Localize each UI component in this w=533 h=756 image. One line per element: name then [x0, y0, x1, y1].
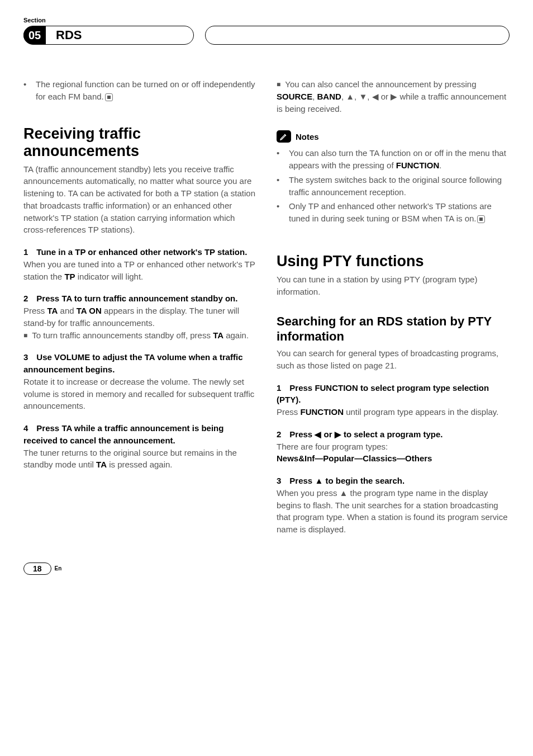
button-name: TA: [96, 460, 107, 469]
pty-step-2: 2 Press ◀ or ▶ to select a program type.…: [277, 428, 510, 465]
step-head: 2 Press ◀ or ▶ to select a program type.: [277, 428, 510, 441]
note-item: • Only TP and enhanced other network's T…: [277, 200, 510, 225]
end-of-section-icon: [477, 215, 485, 223]
notes-label: Notes: [296, 132, 319, 141]
pencil-icon: [277, 130, 291, 143]
filled-square-icon: ■: [277, 80, 280, 89]
text: To turn traffic announcements standby of…: [32, 330, 213, 340]
text: ,: [312, 92, 317, 101]
text: again.: [223, 330, 249, 340]
filled-square-icon: ■: [23, 331, 27, 341]
heading-receiving-traffic: Receiving traffic announcements: [23, 125, 256, 160]
heading-searching-rds: Searching for an RDS station by PTY info…: [277, 314, 510, 344]
text: and: [58, 306, 76, 315]
note-text: The system switches back to the original…: [289, 174, 510, 199]
pty-step-3: 3 Press ▲ to begin the search. When you …: [277, 475, 510, 536]
note-item: • The system switches back to the origin…: [277, 174, 510, 199]
step-body: Press FUNCTION until program type appear…: [277, 406, 510, 418]
header-title: RDS: [50, 28, 82, 42]
columns: • The regional function can be turned on…: [23, 78, 510, 546]
step-3: 3 Use VOLUME to adjust the TA volume whe…: [23, 351, 256, 412]
button-name: TA: [47, 306, 58, 315]
text: ,: [341, 92, 346, 101]
text: until program type appears in the displa…: [344, 407, 498, 417]
text: is pressed again.: [107, 460, 173, 469]
step-head: 3 Use VOLUME to adjust the TA volume whe…: [23, 351, 256, 376]
step-4: 4 Press TA while a traffic announcement …: [23, 422, 256, 471]
note-item: • You can also turn the TA function on o…: [277, 147, 510, 172]
step-head: 4 Press TA while a traffic announcement …: [23, 422, 256, 447]
button-name: FUNCTION: [301, 407, 344, 417]
step-head: 2 Press TA to turn traffic announcement …: [23, 292, 256, 305]
button-name: SOURCE: [277, 92, 312, 101]
text: You can also cancel the announcement by …: [285, 79, 476, 89]
step-2: 2 Press TA to turn traffic announcement …: [23, 292, 256, 341]
text: Press: [277, 407, 301, 417]
step-body: Rotate it to increase or decrease the vo…: [23, 376, 256, 412]
step-body: The tuner returns to the original source…: [23, 447, 256, 471]
section-number-badge: 05: [23, 26, 46, 44]
text: The regional function can be turned on o…: [36, 79, 255, 101]
bullet-item: • The regional function can be turned on…: [23, 78, 256, 103]
end-of-section-icon: [105, 93, 113, 101]
note-text: Only TP and enhanced other network's TP …: [289, 200, 510, 225]
bullet-dot-icon: •: [277, 174, 283, 199]
bullet-dot-icon: •: [23, 78, 30, 103]
program-types-list: News&Inf—Popular—Classics—Others: [277, 452, 510, 465]
footer: 18 En: [23, 563, 510, 575]
bullet-text: The regional function can be turned on o…: [36, 78, 256, 103]
note-text: You can also turn the TA function on or …: [289, 147, 510, 172]
step-sub: ■ To turn traffic announcements standby …: [23, 329, 256, 342]
paragraph: TA (traffic announcement standby) lets y…: [23, 163, 256, 237]
pty-step-1: 1 Press FUNCTION to select program type …: [277, 382, 510, 418]
bullet-dot-icon: •: [277, 147, 283, 172]
header-row: 05 RDS: [23, 26, 510, 45]
step-body: When you are tuned into a TP or enhanced…: [23, 258, 256, 283]
indicator-name: TP: [64, 272, 75, 281]
text: .: [439, 160, 441, 170]
arrow-icons: ▲, ▼, ◀ or ▶: [346, 92, 397, 101]
header-right-pill: [205, 26, 510, 45]
button-name: BAND: [317, 92, 341, 101]
header-left-pill: 05 RDS: [23, 26, 194, 45]
step-body: Press TA and TA ON appears in the displa…: [23, 305, 256, 329]
continuation-text: ■ You can also cancel the announcement b…: [277, 78, 510, 115]
page-number: 18: [23, 563, 51, 575]
text: indicator will light.: [75, 272, 144, 281]
right-column: ■ You can also cancel the announcement b…: [277, 78, 510, 546]
left-column: • The regional function can be turned on…: [23, 78, 256, 546]
page-language: En: [55, 565, 62, 571]
text: Press: [23, 306, 47, 315]
page: Section 05 RDS • The regional function c…: [0, 0, 533, 592]
section-label: Section: [23, 17, 510, 23]
paragraph: You can search for general types of broa…: [277, 347, 510, 372]
button-name: FUNCTION: [396, 160, 440, 170]
step-head: 3 Press ▲ to begin the search.: [277, 475, 510, 487]
bullet-dot-icon: •: [277, 200, 283, 225]
display-text: TA ON: [77, 306, 102, 315]
text: Only TP and enhanced other network's TP …: [289, 201, 492, 223]
step-1: 1 Tune in a TP or enhanced other network…: [23, 246, 256, 282]
paragraph: You can tune in a station by using PTY (…: [277, 273, 510, 298]
notes-header: Notes: [277, 130, 510, 143]
heading-using-pty: Using PTY functions: [277, 253, 510, 270]
step-body: There are four program types:: [277, 441, 510, 453]
step-head: 1 Tune in a TP or enhanced other network…: [23, 246, 256, 258]
button-name: TA: [213, 330, 223, 340]
step-body: When you press ▲ the program type name i…: [277, 487, 510, 536]
step-head: 1 Press FUNCTION to select program type …: [277, 382, 510, 407]
